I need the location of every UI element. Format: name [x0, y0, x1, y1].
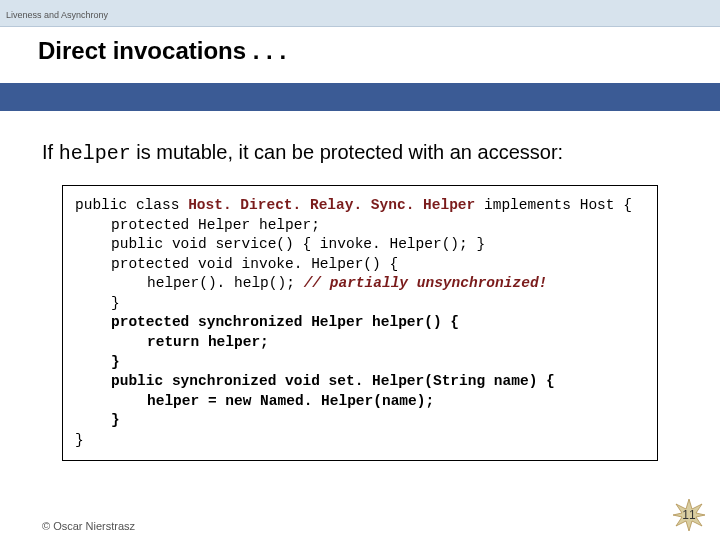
- intro-text: If helper is mutable, it can be protecte…: [42, 141, 678, 165]
- blue-band: [0, 83, 720, 111]
- code-line-11: helper = new Named. Helper(name);: [75, 392, 645, 412]
- page-number: 11: [682, 508, 695, 522]
- code-line-8: return helper;: [75, 333, 645, 353]
- code-box: public class Host. Direct. Relay. Sync. …: [62, 185, 658, 461]
- code-line-10: public synchronized void set. Helper(Str…: [75, 372, 645, 392]
- copyright: © Oscar Nierstrasz: [42, 520, 135, 532]
- content-area: If helper is mutable, it can be protecte…: [0, 111, 720, 461]
- intro-code: helper: [59, 142, 131, 165]
- breadcrumb: Liveness and Asynchrony: [6, 10, 108, 20]
- code-line-3: public void service() { invoke. Helper()…: [75, 235, 645, 255]
- top-bar: Liveness and Asynchrony: [0, 0, 720, 27]
- code-line-5: helper(). help(); // partially unsynchro…: [75, 274, 645, 294]
- code-line-2: protected Helper helper;: [75, 216, 645, 236]
- page-number-badge: 11: [672, 498, 706, 532]
- title-area: Direct invocations . . .: [0, 27, 720, 83]
- intro-prefix: If: [42, 141, 59, 163]
- footer: © Oscar Nierstrasz 11: [42, 498, 706, 532]
- code-line-6: }: [75, 294, 645, 314]
- code-line-13: }: [75, 432, 84, 448]
- code-line-9: }: [75, 353, 645, 373]
- intro-suffix: is mutable, it can be protected with an …: [131, 141, 563, 163]
- slide-title: Direct invocations . . .: [38, 37, 720, 65]
- code-line-12: }: [75, 411, 645, 431]
- code-line-1: public class Host. Direct. Relay. Sync. …: [75, 197, 632, 213]
- code-line-7: protected synchronized Helper helper() {: [75, 313, 645, 333]
- code-line-4: protected void invoke. Helper() {: [75, 255, 645, 275]
